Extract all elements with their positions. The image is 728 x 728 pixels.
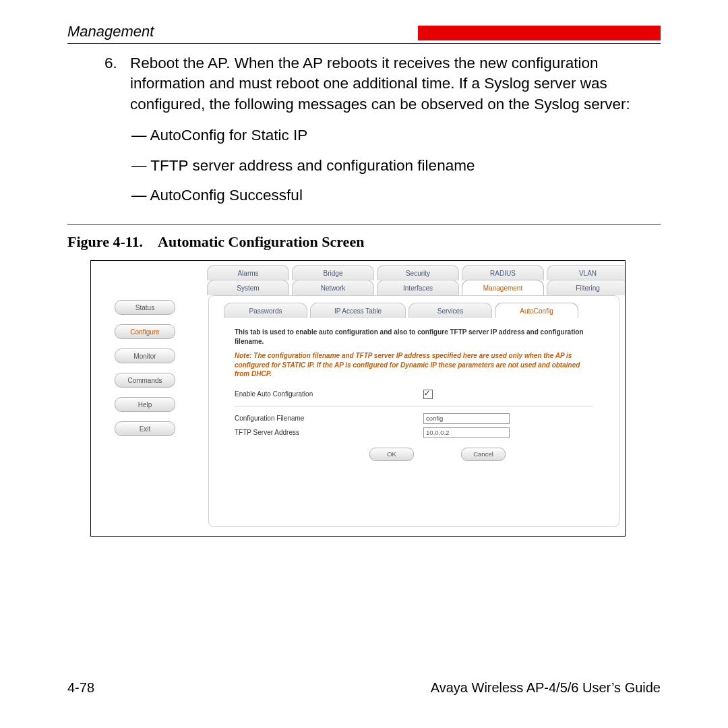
sidebar-item-configure[interactable]: Configure xyxy=(115,324,175,339)
ok-button[interactable]: OK xyxy=(369,448,414,461)
subtab-autoconfig[interactable]: AutoConfig xyxy=(495,303,578,318)
figure-caption: Figure 4-11.Automatic Configuration Scre… xyxy=(67,233,661,251)
sidebar-item-status[interactable]: Status xyxy=(115,300,175,315)
header-rule xyxy=(67,43,661,44)
tab-row-top: Alarms Bridge Security RADIUS VLAN xyxy=(207,265,626,280)
subtab-services[interactable]: Services xyxy=(408,303,492,318)
sidebar-item-help[interactable]: Help xyxy=(115,397,175,412)
figure-separator xyxy=(67,224,661,225)
subtab-ip-access-table[interactable]: IP Access Table xyxy=(310,303,406,318)
tab-security[interactable]: Security xyxy=(377,265,459,280)
tab-bridge[interactable]: Bridge xyxy=(292,265,374,280)
label-config-filename: Configuration Filename xyxy=(235,415,423,422)
page-number: 4-78 xyxy=(67,680,94,696)
label-tftp-address: TFTP Server Address xyxy=(235,429,423,436)
bullet-autoconfig-staticip: — AutoConfig for Static IP xyxy=(131,125,661,146)
sidebar-item-commands[interactable]: Commands xyxy=(115,373,175,388)
step-paragraph: Reboot the AP. When the AP reboots it re… xyxy=(130,53,661,115)
subtab-row: Passwords IP Access Table Services AutoC… xyxy=(224,303,619,318)
header-accent-bar xyxy=(418,26,661,40)
subtab-passwords[interactable]: Passwords xyxy=(224,303,307,318)
tab-row-bottom: System Network Interfaces Management Fil… xyxy=(207,280,626,295)
sidebar: Status Configure Monitor Commands Help E… xyxy=(91,261,199,536)
sidebar-item-exit[interactable]: Exit xyxy=(115,421,175,436)
checkbox-enable-autoconfig[interactable] xyxy=(423,390,433,399)
label-enable-autoconfig: Enable Auto Configuration xyxy=(235,390,423,398)
bullet-tftp: — TFTP server address and configuration … xyxy=(131,156,661,176)
panel-note: Note: The configuration filename and TFT… xyxy=(235,351,593,379)
figure-label: Figure 4-11. xyxy=(67,233,143,250)
tab-filtering[interactable]: Filtering xyxy=(547,280,626,295)
sidebar-item-monitor[interactable]: Monitor xyxy=(115,348,175,363)
panel-description: This tab is used to enable auto configur… xyxy=(235,328,593,346)
tab-system[interactable]: System xyxy=(207,280,289,295)
tab-alarms[interactable]: Alarms xyxy=(207,265,289,280)
tab-management[interactable]: Management xyxy=(462,280,544,295)
input-tftp-address[interactable]: 10.0.0.2 xyxy=(423,427,510,438)
input-config-filename[interactable]: config xyxy=(423,413,510,424)
figure-title: Automatic Configuration Screen xyxy=(158,233,364,250)
cancel-button[interactable]: Cancel xyxy=(461,448,506,461)
step-number: 6. xyxy=(104,53,130,115)
book-title: Avaya Wireless AP-4/5/6 User’s Guide xyxy=(431,680,661,696)
tab-vlan[interactable]: VLAN xyxy=(547,265,626,280)
tab-interfaces[interactable]: Interfaces xyxy=(377,280,459,295)
tab-radius[interactable]: RADIUS xyxy=(462,265,544,280)
management-panel: Passwords IP Access Table Services AutoC… xyxy=(208,295,619,527)
section-title: Management xyxy=(67,23,154,40)
step-6: 6. Reboot the AP. When the AP reboots it… xyxy=(104,53,661,115)
tab-network[interactable]: Network xyxy=(292,280,374,295)
form-divider xyxy=(235,406,593,406)
bullet-autoconfig-success: — AutoConfig Successful xyxy=(131,185,661,206)
screenshot-autoconfig: Status Configure Monitor Commands Help E… xyxy=(90,260,626,537)
